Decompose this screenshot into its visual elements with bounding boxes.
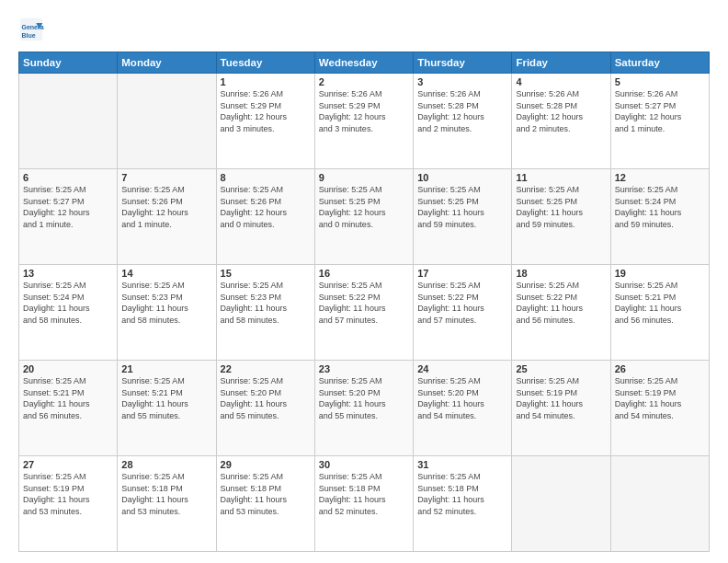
day-detail: Sunrise: 5:25 AM Sunset: 5:25 PM Dayligh…: [417, 184, 507, 230]
weekday-header-saturday: Saturday: [610, 52, 709, 74]
calendar-cell: [19, 74, 118, 169]
calendar-cell: 11Sunrise: 5:25 AM Sunset: 5:25 PM Dayli…: [512, 169, 610, 265]
day-detail: Sunrise: 5:25 AM Sunset: 5:20 PM Dayligh…: [221, 375, 311, 421]
day-detail: Sunrise: 5:25 AM Sunset: 5:21 PM Dayligh…: [615, 280, 705, 326]
day-number: 28: [121, 459, 211, 470]
calendar-cell: 21Sunrise: 5:25 AM Sunset: 5:21 PM Dayli…: [118, 361, 216, 456]
svg-text:Blue: Blue: [22, 32, 36, 39]
weekday-header-monday: Monday: [118, 52, 216, 74]
day-detail: Sunrise: 5:25 AM Sunset: 5:22 PM Dayligh…: [516, 280, 606, 326]
header: General Blue: [18, 17, 710, 42]
calendar-cell: 2Sunrise: 5:26 AM Sunset: 5:29 PM Daylig…: [314, 74, 413, 169]
day-detail: Sunrise: 5:25 AM Sunset: 5:20 PM Dayligh…: [417, 375, 507, 421]
day-number: 13: [23, 268, 113, 279]
calendar-cell: 23Sunrise: 5:25 AM Sunset: 5:20 PM Dayli…: [314, 361, 413, 456]
calendar-cell: 22Sunrise: 5:25 AM Sunset: 5:20 PM Dayli…: [216, 361, 314, 456]
calendar-cell: 16Sunrise: 5:25 AM Sunset: 5:22 PM Dayli…: [314, 265, 413, 361]
day-detail: Sunrise: 5:26 AM Sunset: 5:28 PM Dayligh…: [516, 88, 606, 134]
day-number: 1: [221, 76, 311, 87]
calendar-cell: 3Sunrise: 5:26 AM Sunset: 5:28 PM Daylig…: [414, 74, 512, 169]
logo-icon: General Blue: [18, 17, 44, 42]
calendar-cell: 10Sunrise: 5:25 AM Sunset: 5:25 PM Dayli…: [414, 169, 512, 265]
day-detail: Sunrise: 5:26 AM Sunset: 5:29 PM Dayligh…: [319, 88, 409, 134]
day-number: 24: [417, 363, 507, 374]
calendar-cell: 7Sunrise: 5:25 AM Sunset: 5:26 PM Daylig…: [118, 169, 216, 265]
day-number: 17: [417, 268, 507, 279]
day-number: 27: [23, 459, 113, 470]
day-number: 20: [23, 363, 113, 374]
calendar-cell: [610, 456, 709, 552]
page: General Blue SundayMondayTuesdayWednesda…: [0, 0, 728, 563]
day-detail: Sunrise: 5:25 AM Sunset: 5:23 PM Dayligh…: [221, 280, 311, 326]
day-number: 30: [319, 459, 409, 470]
day-detail: Sunrise: 5:25 AM Sunset: 5:26 PM Dayligh…: [121, 184, 211, 230]
day-number: 3: [417, 76, 507, 87]
day-number: 25: [516, 363, 606, 374]
calendar-cell: 25Sunrise: 5:25 AM Sunset: 5:19 PM Dayli…: [512, 361, 610, 456]
day-detail: Sunrise: 5:25 AM Sunset: 5:24 PM Dayligh…: [615, 184, 705, 230]
calendar-cell: 6Sunrise: 5:25 AM Sunset: 5:27 PM Daylig…: [19, 169, 118, 265]
day-detail: Sunrise: 5:25 AM Sunset: 5:23 PM Dayligh…: [121, 280, 211, 326]
day-detail: Sunrise: 5:25 AM Sunset: 5:18 PM Dayligh…: [121, 471, 211, 517]
day-number: 12: [615, 172, 705, 183]
calendar-cell: [118, 74, 216, 169]
day-detail: Sunrise: 5:25 AM Sunset: 5:25 PM Dayligh…: [319, 184, 409, 230]
day-number: 16: [319, 268, 409, 279]
calendar-cell: 15Sunrise: 5:25 AM Sunset: 5:23 PM Dayli…: [216, 265, 314, 361]
day-number: 23: [319, 363, 409, 374]
day-number: 11: [516, 172, 606, 183]
calendar-cell: 28Sunrise: 5:25 AM Sunset: 5:18 PM Dayli…: [118, 456, 216, 552]
calendar-cell: 30Sunrise: 5:25 AM Sunset: 5:18 PM Dayli…: [314, 456, 413, 552]
day-detail: Sunrise: 5:25 AM Sunset: 5:25 PM Dayligh…: [516, 184, 606, 230]
calendar-cell: 26Sunrise: 5:25 AM Sunset: 5:19 PM Dayli…: [610, 361, 709, 456]
calendar-cell: [512, 456, 610, 552]
calendar-cell: 18Sunrise: 5:25 AM Sunset: 5:22 PM Dayli…: [512, 265, 610, 361]
day-detail: Sunrise: 5:26 AM Sunset: 5:28 PM Dayligh…: [417, 88, 507, 134]
day-detail: Sunrise: 5:25 AM Sunset: 5:22 PM Dayligh…: [417, 280, 507, 326]
logo: General Blue: [18, 17, 48, 42]
day-detail: Sunrise: 5:25 AM Sunset: 5:27 PM Dayligh…: [23, 184, 113, 230]
day-number: 8: [221, 172, 311, 183]
day-number: 18: [516, 268, 606, 279]
day-detail: Sunrise: 5:25 AM Sunset: 5:18 PM Dayligh…: [221, 471, 311, 517]
day-detail: Sunrise: 5:25 AM Sunset: 5:21 PM Dayligh…: [121, 375, 211, 421]
calendar-cell: 29Sunrise: 5:25 AM Sunset: 5:18 PM Dayli…: [216, 456, 314, 552]
weekday-header-sunday: Sunday: [19, 52, 118, 74]
calendar-week-1: 1Sunrise: 5:26 AM Sunset: 5:29 PM Daylig…: [19, 74, 710, 169]
day-detail: Sunrise: 5:25 AM Sunset: 5:18 PM Dayligh…: [319, 471, 409, 517]
day-detail: Sunrise: 5:25 AM Sunset: 5:21 PM Dayligh…: [23, 375, 113, 421]
calendar-cell: 8Sunrise: 5:25 AM Sunset: 5:26 PM Daylig…: [216, 169, 314, 265]
day-number: 9: [319, 172, 409, 183]
calendar-cell: 12Sunrise: 5:25 AM Sunset: 5:24 PM Dayli…: [610, 169, 709, 265]
day-number: 26: [615, 363, 705, 374]
weekday-header-friday: Friday: [512, 52, 610, 74]
calendar-cell: 17Sunrise: 5:25 AM Sunset: 5:22 PM Dayli…: [414, 265, 512, 361]
day-detail: Sunrise: 5:25 AM Sunset: 5:20 PM Dayligh…: [319, 375, 409, 421]
weekday-header-thursday: Thursday: [414, 52, 512, 74]
day-detail: Sunrise: 5:25 AM Sunset: 5:19 PM Dayligh…: [516, 375, 606, 421]
day-detail: Sunrise: 5:25 AM Sunset: 5:18 PM Dayligh…: [417, 471, 507, 517]
day-detail: Sunrise: 5:25 AM Sunset: 5:24 PM Dayligh…: [23, 280, 113, 326]
day-number: 15: [221, 268, 311, 279]
day-number: 7: [121, 172, 211, 183]
calendar-week-4: 20Sunrise: 5:25 AM Sunset: 5:21 PM Dayli…: [19, 361, 710, 456]
day-number: 4: [516, 76, 606, 87]
calendar-cell: 27Sunrise: 5:25 AM Sunset: 5:19 PM Dayli…: [19, 456, 118, 552]
day-detail: Sunrise: 5:25 AM Sunset: 5:22 PM Dayligh…: [319, 280, 409, 326]
day-detail: Sunrise: 5:26 AM Sunset: 5:27 PM Dayligh…: [615, 88, 705, 134]
calendar-cell: 19Sunrise: 5:25 AM Sunset: 5:21 PM Dayli…: [610, 265, 709, 361]
day-number: 5: [615, 76, 705, 87]
calendar-week-3: 13Sunrise: 5:25 AM Sunset: 5:24 PM Dayli…: [19, 265, 710, 361]
calendar-cell: 4Sunrise: 5:26 AM Sunset: 5:28 PM Daylig…: [512, 74, 610, 169]
calendar-cell: 20Sunrise: 5:25 AM Sunset: 5:21 PM Dayli…: [19, 361, 118, 456]
calendar-cell: 1Sunrise: 5:26 AM Sunset: 5:29 PM Daylig…: [216, 74, 314, 169]
calendar-cell: 13Sunrise: 5:25 AM Sunset: 5:24 PM Dayli…: [19, 265, 118, 361]
day-detail: Sunrise: 5:26 AM Sunset: 5:29 PM Dayligh…: [221, 88, 311, 134]
calendar-week-5: 27Sunrise: 5:25 AM Sunset: 5:19 PM Dayli…: [19, 456, 710, 552]
calendar-cell: 14Sunrise: 5:25 AM Sunset: 5:23 PM Dayli…: [118, 265, 216, 361]
day-number: 31: [417, 459, 507, 470]
day-detail: Sunrise: 5:25 AM Sunset: 5:19 PM Dayligh…: [23, 471, 113, 517]
day-number: 14: [121, 268, 211, 279]
calendar-cell: 31Sunrise: 5:25 AM Sunset: 5:18 PM Dayli…: [414, 456, 512, 552]
day-number: 29: [221, 459, 311, 470]
